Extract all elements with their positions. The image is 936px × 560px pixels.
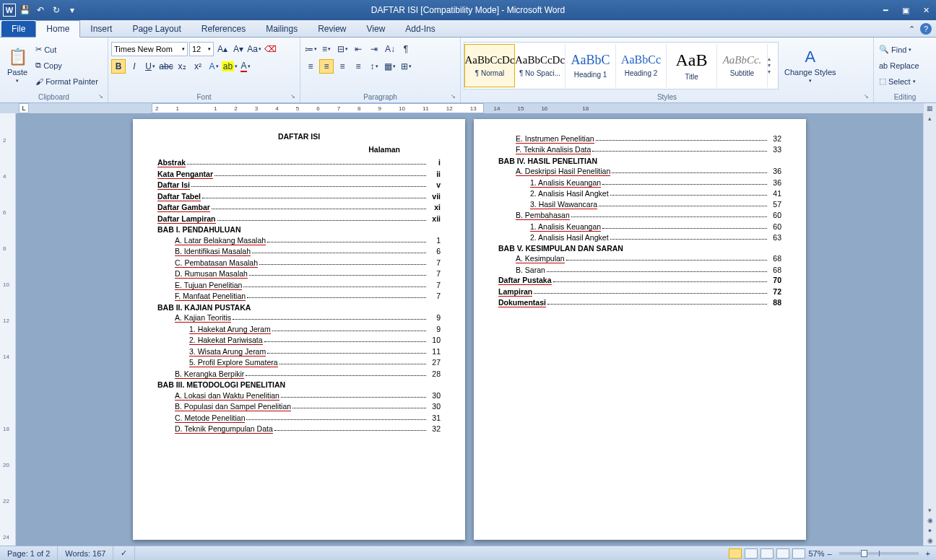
scroll-down-icon[interactable]: ▾	[928, 505, 932, 515]
find-button[interactable]: 🔍Find▾	[877, 43, 922, 57]
text-effects-button[interactable]: A▾	[207, 59, 221, 74]
toc-row[interactable]: Kata Pengantarii	[157, 170, 441, 179]
toc-row[interactable]: B. Populasi dan Sampel Penelitian30	[157, 402, 441, 411]
grow-font-button[interactable]: A▴	[215, 42, 230, 56]
toc-row[interactable]: 1. Analisis Keuangan36	[498, 178, 781, 188]
toc-row[interactable]: A. Latar Belakang Masalah1	[157, 236, 441, 245]
toc-row[interactable]: Daftar Isiv	[157, 180, 441, 190]
styles-up-icon[interactable]: ▴	[768, 56, 778, 62]
toc-row[interactable]: D. Rumusan Masalah7	[157, 269, 441, 279]
toc-row[interactable]: Daftar Tabelvii	[157, 192, 441, 201]
align-center-button[interactable]: ≡	[319, 59, 334, 74]
close-button[interactable]: ✕	[916, 3, 936, 17]
zoom-slider[interactable]	[839, 552, 919, 555]
tab-file[interactable]: File	[1, 21, 35, 37]
toc-row[interactable]: Lampiran72	[498, 287, 781, 297]
tab-review[interactable]: Review	[308, 21, 356, 37]
tab-mailings[interactable]: Mailings	[256, 21, 308, 37]
status-page[interactable]: Page: 1 of 2	[0, 546, 58, 560]
toc-row[interactable]: BAB III. METODOLOGI PENELITIAN	[157, 380, 441, 389]
tab-home[interactable]: Home	[35, 20, 80, 38]
web-layout-view[interactable]	[760, 548, 774, 559]
subscript-button[interactable]: x₂	[175, 59, 189, 74]
font-name-input[interactable]: Times New Rom▾	[111, 42, 188, 56]
toc-row[interactable]: BAB IV. HASIL PENELITIAN	[498, 157, 781, 165]
decrease-indent-button[interactable]: ⇤	[351, 42, 365, 56]
minimize-button[interactable]: ━	[875, 3, 896, 17]
toc-row[interactable]: 3. Hasil Wawancara57	[498, 200, 781, 209]
numbering-button[interactable]: ≡▾	[319, 42, 334, 56]
select-button[interactable]: ⬚Select▾	[877, 74, 922, 89]
tab-selector[interactable]: L	[19, 103, 29, 113]
toc-row[interactable]: B. Saran68	[498, 266, 781, 274]
toc-row[interactable]: BAB II. KAJIAN PUSTAKA	[157, 303, 441, 312]
toc-row[interactable]: F. Teknik Analisis Data33	[498, 145, 781, 154]
style-no-spacing[interactable]: AaBbCcDc¶ No Spaci...	[515, 44, 566, 87]
toc-row[interactable]: 1. Analisis Keuangan60	[498, 222, 781, 232]
next-page-icon[interactable]: ◉	[927, 535, 933, 546]
justify-button[interactable]: ≡	[351, 59, 365, 74]
full-screen-view[interactable]	[745, 548, 758, 559]
multilevel-button[interactable]: ⊟▾	[335, 42, 350, 56]
toc-row[interactable]: 1. Hakekat Arung Jeram9	[157, 325, 441, 334]
toc-row[interactable]: 2. Analisis Hasil Angket41	[498, 189, 781, 198]
save-icon[interactable]: 💾	[17, 3, 32, 17]
toc-row[interactable]: B. Identifikasi Masalah6	[157, 247, 441, 256]
tab-view[interactable]: View	[357, 21, 396, 37]
toc-row[interactable]: BAB V. KESIMPULAN DAN SARAN	[498, 244, 781, 253]
increase-indent-button[interactable]: ⇥	[367, 42, 381, 56]
shading-button[interactable]: ▦▾	[383, 59, 397, 74]
toc-row[interactable]: D. Teknik Pengumpulan Data32	[157, 424, 441, 434]
bullets-button[interactable]: ≔▾	[303, 42, 318, 56]
word-icon[interactable]: W	[3, 4, 16, 17]
italic-button[interactable]: I	[127, 59, 142, 74]
toc-row[interactable]: E. Tujuan Penelitian7	[157, 281, 441, 290]
toc-row[interactable]: B. Pembahasan60	[498, 211, 781, 220]
toc-row[interactable]: C. Pembatasan Masalah7	[157, 258, 441, 268]
clear-format-button[interactable]: ⌫	[263, 42, 277, 56]
change-styles-button[interactable]: AChange Styles▾	[780, 46, 841, 85]
align-right-button[interactable]: ≡	[335, 59, 350, 74]
vertical-ruler[interactable]: 246810121418202224	[0, 113, 16, 546]
underline-button[interactable]: U▾	[143, 59, 157, 74]
borders-button[interactable]: ⊞▾	[399, 59, 413, 74]
toc-row[interactable]: Daftar Gambarxi	[157, 203, 441, 212]
toc-row[interactable]: Dokumentasi88	[498, 298, 781, 307]
paste-button[interactable]: 📋Paste▾	[3, 46, 32, 85]
print-layout-view[interactable]	[729, 548, 742, 559]
tab-page-layout[interactable]: Page Layout	[122, 21, 191, 37]
superscript-button[interactable]: x²	[191, 59, 205, 74]
tab-addins[interactable]: Add-Ins	[395, 21, 445, 37]
toc-row[interactable]: E. Instrumen Penelitian32	[498, 134, 781, 144]
undo-icon[interactable]: ↶	[33, 3, 48, 17]
toc-row[interactable]: F. Manfaat Penelitian7	[157, 292, 441, 301]
highlight-button[interactable]: ab▾	[222, 59, 237, 74]
toc-row[interactable]: 3. Wisata Arung Jeram11	[157, 347, 441, 356]
toc-row[interactable]: Abstraki	[157, 158, 441, 167]
browse-object-icon[interactable]: ●	[928, 525, 932, 535]
page-1[interactable]: DAFTAR ISI Halaman AbstrakiKata Penganta…	[133, 119, 465, 540]
change-case-button[interactable]: Aa▾	[247, 42, 261, 56]
tab-references[interactable]: References	[191, 21, 256, 37]
toc-row[interactable]: C. Metode Penelitian31	[157, 414, 441, 423]
show-marks-button[interactable]: ¶	[399, 42, 413, 56]
cut-button[interactable]: ✂Cut	[33, 43, 100, 57]
font-size-input[interactable]: 12▾	[189, 42, 214, 56]
redo-icon[interactable]: ↻	[49, 3, 64, 17]
strike-button[interactable]: abc	[159, 59, 173, 74]
horizontal-ruler[interactable]: L 211234567891011121314151618	[0, 103, 936, 113]
status-words[interactable]: Words: 167	[58, 546, 113, 560]
zoom-level[interactable]: 57%	[808, 549, 824, 558]
bold-button[interactable]: B	[111, 59, 126, 74]
tab-insert[interactable]: Insert	[80, 21, 122, 37]
line-spacing-button[interactable]: ↕▾	[367, 59, 381, 74]
toc-row[interactable]: B. Kerangka Berpikir28	[157, 369, 441, 379]
clipboard-dialog-icon[interactable]: ↘	[98, 93, 103, 100]
zoom-in-button[interactable]: +	[926, 549, 930, 558]
toc-row[interactable]: 5. Profil Explore Sumatera27	[157, 358, 441, 367]
style-title[interactable]: AaBTitle	[667, 44, 717, 87]
outline-view[interactable]	[776, 548, 789, 559]
sort-button[interactable]: A↓	[383, 42, 397, 56]
minimize-ribbon-icon[interactable]: ⌃	[906, 23, 917, 35]
font-dialog-icon[interactable]: ↘	[290, 93, 295, 100]
